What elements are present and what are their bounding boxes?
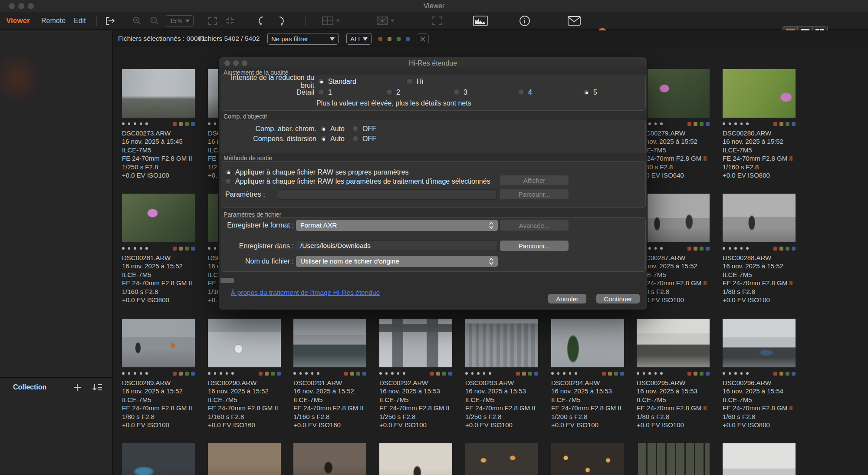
show-button[interactable]: Afficher [500, 175, 569, 185]
radio-noise-hi[interactable] [406, 78, 413, 85]
radio-distortion-auto-label: Auto [330, 135, 345, 143]
thumbnail-image[interactable] [723, 443, 796, 475]
thumbnail-image[interactable] [465, 443, 538, 475]
radio-detail-4[interactable] [518, 89, 525, 96]
thumbnail-image[interactable] [122, 443, 195, 475]
files-count: Fichiers 5402 / 5402 [199, 35, 260, 43]
color-label [706, 122, 710, 126]
cancel-button[interactable]: Annuler [548, 294, 586, 303]
radio-distortion-off[interactable] [352, 135, 359, 142]
fit-to-screen-icon[interactable] [207, 12, 218, 30]
rating-marks[interactable] [637, 122, 710, 126]
thumbnail-cell [551, 443, 624, 475]
label-filter-green[interactable] [397, 37, 401, 41]
sort-icon[interactable] [92, 383, 102, 392]
thumbnail-image[interactable] [723, 69, 796, 118]
label-filter-blue[interactable] [406, 37, 410, 41]
thumbnail-image[interactable] [208, 443, 281, 475]
radio-selected-params[interactable] [225, 178, 232, 185]
filename-dropdown[interactable]: Utiliser le nom de fichier d'origine [296, 256, 498, 267]
export-icon[interactable] [104, 12, 115, 30]
rating-marks[interactable] [122, 371, 195, 376]
rating-marks[interactable] [293, 371, 366, 376]
compare-layout-icon[interactable] [377, 12, 395, 30]
clear-filter-button[interactable] [417, 33, 429, 44]
thumbnail-image[interactable] [293, 319, 366, 367]
zoom-in-icon[interactable] [132, 12, 142, 30]
rating-marks[interactable] [551, 371, 624, 376]
radio-own-params[interactable] [225, 169, 232, 176]
zoom-level-dropdown[interactable]: 15% [166, 12, 194, 30]
params-field[interactable] [278, 189, 496, 200]
thumbnail-image[interactable] [637, 194, 710, 242]
tab-viewer[interactable]: Viewer [6, 12, 30, 30]
thumbnail-image[interactable] [637, 443, 710, 475]
thumbnail-image[interactable] [551, 443, 624, 475]
radio-detail-3-label: 3 [464, 89, 467, 96]
thumbnail-image[interactable] [637, 69, 710, 118]
tab-remote[interactable]: Remote [41, 12, 66, 30]
rating-marks[interactable] [379, 371, 452, 376]
radio-distortion-auto[interactable] [320, 135, 327, 142]
color-label [608, 372, 612, 376]
radio-aberration-off[interactable] [352, 125, 359, 132]
zoom-out-icon[interactable] [150, 12, 159, 30]
scrollbar-thumb[interactable] [220, 278, 234, 283]
thumbnail-image[interactable] [122, 69, 195, 118]
crop-marks-icon[interactable] [432, 12, 442, 30]
thumbnail-image[interactable] [723, 194, 796, 242]
thumbnail-image[interactable] [637, 319, 710, 367]
rating-marks[interactable] [723, 371, 796, 376]
save-to-field[interactable]: /Users/louis/Downloads [296, 241, 498, 251]
rotate-left-icon[interactable] [257, 12, 266, 30]
color-label [694, 372, 697, 376]
thumbnail-image[interactable] [379, 319, 452, 367]
color-label [620, 372, 624, 376]
thumbnail-image[interactable] [122, 319, 195, 367]
color-label [773, 372, 777, 376]
advanced-button[interactable]: Avancée... [500, 220, 569, 231]
radio-aberration-auto[interactable] [320, 125, 327, 132]
rating-marks[interactable] [122, 246, 195, 251]
thumbnail-image[interactable] [465, 319, 538, 367]
thumbnail-image[interactable] [208, 319, 281, 367]
add-collection-icon[interactable] [73, 383, 82, 392]
rotate-right-icon[interactable] [277, 12, 286, 30]
thumbnail-image[interactable] [723, 319, 796, 367]
histogram-icon[interactable] [473, 12, 488, 30]
rating-filter-dropdown[interactable]: ALL [346, 33, 372, 45]
rating-marks[interactable] [723, 246, 796, 251]
radio-detail-3[interactable] [453, 89, 460, 96]
label-filter-yellow[interactable] [388, 37, 391, 41]
thumbnail-cell: DSC00296.ARW16 nov. 2025 à 15:54ILCE-7M5… [723, 319, 796, 429]
thumbnail-image[interactable] [122, 194, 195, 242]
save-format-dropdown[interactable]: Format AXR [296, 220, 498, 231]
grid-layout-icon[interactable] [322, 12, 340, 30]
params-label: Paramètres : [225, 191, 265, 198]
radio-noise-standard[interactable] [318, 78, 325, 85]
rating-marks[interactable] [723, 122, 796, 126]
about-link[interactable]: À propos du traitement de l'image Hi-Res… [231, 289, 380, 297]
rating-marks[interactable] [637, 246, 710, 251]
label-filter-red[interactable] [378, 37, 382, 41]
thumbnail-image[interactable] [379, 443, 452, 475]
tab-edit[interactable]: Edit [74, 12, 86, 30]
radio-detail-2[interactable] [386, 89, 393, 96]
radio-detail-1[interactable] [318, 89, 325, 96]
actual-size-icon[interactable] [225, 12, 235, 30]
rating-marks[interactable] [637, 371, 710, 376]
rating-marks[interactable] [122, 122, 195, 126]
radio-detail-5[interactable] [583, 89, 590, 96]
thumbnail-image[interactable] [551, 319, 624, 367]
mail-icon[interactable] [568, 12, 581, 30]
browse-button[interactable]: Parcourir... [500, 241, 569, 251]
thumbnail-image[interactable] [293, 443, 366, 475]
rating-marks[interactable] [465, 371, 538, 376]
radio-detail-4-label: 4 [528, 89, 532, 96]
info-icon[interactable] [519, 12, 530, 30]
rating-marks[interactable] [208, 371, 281, 376]
continue-button[interactable]: Continuer [596, 294, 640, 303]
filter-dropdown[interactable]: Ne pas filtrer [267, 33, 339, 45]
color-label [522, 372, 526, 376]
params-browse-button[interactable]: Parcourir... [500, 189, 569, 199]
